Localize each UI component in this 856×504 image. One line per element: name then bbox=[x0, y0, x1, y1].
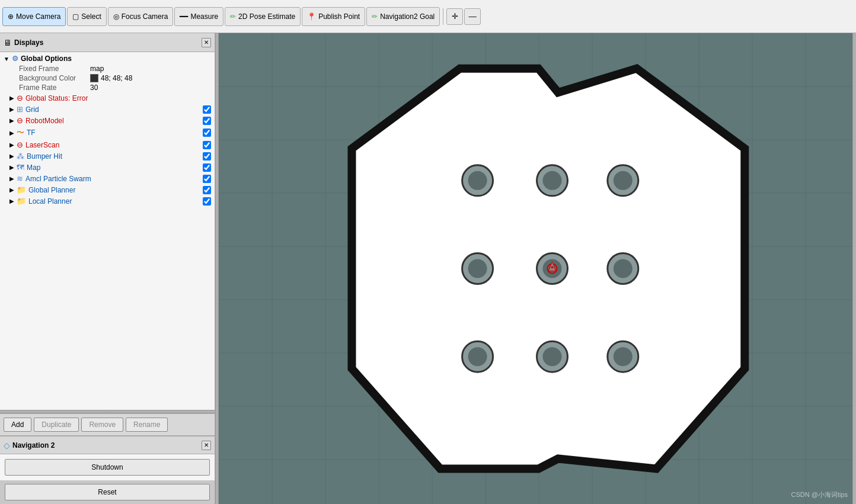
grid-checkbox[interactable] bbox=[203, 105, 211, 114]
rename-button[interactable]: Rename bbox=[126, 418, 168, 432]
local-planner-expand-icon: ▶ bbox=[9, 198, 14, 204]
background-color-label: Background Color bbox=[19, 74, 90, 82]
laserscan-expand-icon: ▶ bbox=[9, 142, 14, 148]
global-planner-item[interactable]: ▶ 📁 Global Planner bbox=[0, 184, 215, 195]
add-button[interactable]: Add bbox=[4, 418, 31, 432]
bumper-hit-icon: ⁂ bbox=[17, 152, 24, 160]
displays-header: 🖥 Displays ✕ bbox=[0, 33, 215, 52]
local-planner-label: Local Planner bbox=[28, 197, 72, 206]
extra-btn-2[interactable]: — bbox=[464, 8, 481, 25]
displays-content: ▼ ⚙ Global Options Fixed Frame map Backg… bbox=[0, 52, 215, 410]
move-camera-button[interactable]: ⊕ Move Camera bbox=[2, 7, 66, 26]
extra-btn-1[interactable]: ✛ bbox=[446, 8, 463, 25]
measure-label: Measure bbox=[190, 12, 218, 21]
grid-icon: ⊞ bbox=[17, 105, 23, 114]
focus-camera-button[interactable]: ◎ Focus Camera bbox=[108, 7, 174, 26]
displays-buttons: Add Duplicate Remove Rename bbox=[0, 413, 215, 435]
toolbar-separator bbox=[443, 8, 443, 25]
viewport[interactable]: CSDN @小海词tips bbox=[219, 33, 852, 504]
tf-expand-icon: ▶ bbox=[9, 130, 14, 136]
main-layout: 🖥 Displays ✕ ▼ ⚙ Global Options Fixed Fr… bbox=[0, 33, 856, 504]
local-planner-icon: 📁 bbox=[17, 197, 26, 206]
right-resize-handle[interactable] bbox=[852, 33, 856, 504]
displays-icon: 🖥 bbox=[4, 38, 12, 47]
focus-camera-icon: ◎ bbox=[113, 12, 119, 21]
map-icon: 🗺 bbox=[17, 163, 24, 172]
global-options-expand-icon: ▼ bbox=[4, 56, 9, 62]
crosshair-icon: ✛ bbox=[452, 12, 458, 21]
select-icon: ▢ bbox=[72, 12, 79, 21]
background-color-swatch[interactable] bbox=[90, 74, 98, 82]
nav2-goal-button[interactable]: ✏ Navigation2 Goal bbox=[366, 7, 440, 26]
measure-button[interactable]: ━━ Measure bbox=[174, 7, 223, 26]
global-planner-checkbox[interactable] bbox=[203, 186, 211, 194]
displays-close-button[interactable]: ✕ bbox=[202, 38, 211, 47]
fixed-frame-value[interactable]: map bbox=[90, 65, 104, 73]
fixed-frame-row: Fixed Frame map bbox=[0, 64, 215, 73]
global-status-icon: ⊖ bbox=[17, 94, 23, 102]
focus-camera-label: Focus Camera bbox=[122, 12, 168, 21]
amcl-expand-icon: ▶ bbox=[9, 175, 14, 182]
global-planner-expand-icon: ▶ bbox=[9, 187, 14, 193]
amcl-checkbox[interactable] bbox=[203, 175, 211, 183]
displays-title: Displays bbox=[14, 38, 43, 47]
measure-icon: ━━ bbox=[180, 12, 188, 21]
robot-model-expand-icon: ▶ bbox=[9, 117, 14, 124]
tf-item[interactable]: ▶ 〜 TF bbox=[0, 126, 215, 139]
laserscan-checkbox[interactable] bbox=[203, 141, 211, 149]
background-color-value[interactable]: 48; 48; 48 bbox=[101, 74, 132, 82]
amcl-label: Amcl Particle Swarm bbox=[25, 175, 91, 183]
fixed-frame-label: Fixed Frame bbox=[19, 65, 90, 73]
move-camera-icon: ⊕ bbox=[8, 12, 14, 21]
tf-label: TF bbox=[27, 129, 36, 137]
robot-model-item[interactable]: ▶ ⊖ RobotModel bbox=[0, 115, 215, 126]
local-planner-item[interactable]: ▶ 📁 Local Planner bbox=[0, 195, 215, 207]
publish-point-label: Publish Point bbox=[318, 12, 360, 21]
global-planner-label: Global Planner bbox=[28, 186, 75, 194]
left-panel: 🖥 Displays ✕ ▼ ⚙ Global Options Fixed Fr… bbox=[0, 33, 215, 504]
nav2-section: ◇ Navigation 2 ✕ Shutdown Reset bbox=[0, 435, 215, 504]
laserscan-item[interactable]: ▶ ⊖ LaserScan bbox=[0, 139, 215, 150]
reset-button[interactable]: Reset bbox=[5, 484, 210, 500]
minus-icon: — bbox=[469, 12, 477, 21]
move-camera-label: Move Camera bbox=[16, 12, 60, 21]
local-planner-checkbox[interactable] bbox=[203, 197, 211, 206]
map-canvas bbox=[219, 33, 852, 504]
tf-icon: 〜 bbox=[17, 127, 24, 138]
nav2-title: Navigation 2 bbox=[12, 441, 55, 450]
map-expand-icon: ▶ bbox=[9, 164, 14, 171]
pose-estimate-label: 2D Pose Estimate bbox=[238, 12, 295, 21]
frame-rate-label: Frame Rate bbox=[19, 84, 90, 92]
map-item[interactable]: ▶ 🗺 Map bbox=[0, 162, 215, 173]
map-label: Map bbox=[27, 163, 40, 172]
grid-expand-icon: ▶ bbox=[9, 106, 14, 113]
grid-item[interactable]: ▶ ⊞ Grid bbox=[0, 104, 215, 115]
shutdown-button[interactable]: Shutdown bbox=[5, 459, 210, 476]
global-status-expand-icon: ▶ bbox=[9, 95, 14, 101]
amcl-item[interactable]: ▶ ≋ Amcl Particle Swarm bbox=[0, 173, 215, 184]
laserscan-icon: ⊖ bbox=[17, 140, 23, 149]
nav2-close-button[interactable]: ✕ bbox=[202, 441, 211, 450]
bumper-hit-checkbox[interactable] bbox=[203, 152, 211, 160]
duplicate-button[interactable]: Duplicate bbox=[34, 418, 79, 432]
bumper-hit-item[interactable]: ▶ ⁂ Bumper Hit bbox=[0, 150, 215, 162]
watermark: CSDN @小海词tips bbox=[791, 490, 848, 499]
amcl-icon: ≋ bbox=[17, 174, 23, 183]
remove-button[interactable]: Remove bbox=[81, 418, 123, 432]
laserscan-label: LaserScan bbox=[25, 141, 59, 149]
map-checkbox[interactable] bbox=[203, 163, 211, 172]
global-planner-icon: 📁 bbox=[17, 185, 26, 194]
publish-point-button[interactable]: 📍 Publish Point bbox=[302, 7, 365, 26]
frame-rate-value[interactable]: 30 bbox=[90, 84, 98, 92]
select-button[interactable]: ▢ Select bbox=[67, 7, 106, 26]
publish-point-icon: 📍 bbox=[307, 12, 316, 21]
global-options-label: Global Options bbox=[21, 54, 72, 63]
pose-estimate-button[interactable]: ✏ 2D Pose Estimate bbox=[225, 7, 301, 26]
nav2-goal-icon: ✏ bbox=[372, 12, 378, 21]
global-status-item[interactable]: ▶ ⊖ Global Status: Error bbox=[0, 92, 215, 104]
tf-checkbox[interactable] bbox=[203, 129, 211, 137]
robot-model-checkbox[interactable] bbox=[203, 117, 211, 125]
global-options-header[interactable]: ▼ ⚙ Global Options bbox=[0, 53, 215, 64]
bumper-hit-label: Bumper Hit bbox=[27, 152, 62, 160]
toolbar: ⊕ Move Camera ▢ Select ◎ Focus Camera ━━… bbox=[0, 0, 856, 33]
